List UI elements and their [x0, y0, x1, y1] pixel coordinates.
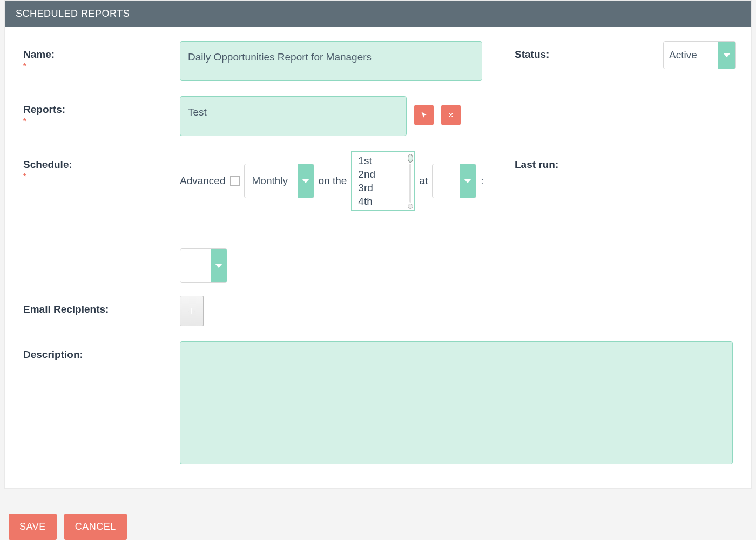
label-at: at: [419, 175, 428, 187]
row-email: Email Recipients: +: [23, 296, 733, 326]
frequency-value: Monthly: [245, 175, 298, 187]
footer-actions: SAVE CANCEL: [0, 510, 756, 540]
description-field[interactable]: [180, 341, 733, 464]
label-advanced: Advanced: [180, 175, 226, 187]
label-on-the: on the: [319, 175, 347, 187]
ordinal-option-2[interactable]: 2nd: [352, 167, 414, 181]
label-reports: Reports:: [23, 96, 180, 116]
frequency-select[interactable]: Monthly: [244, 164, 314, 198]
row-schedule: Schedule: Advanced Monthly on the 1st: [23, 151, 733, 283]
label-status: Status:: [482, 41, 617, 60]
report-line: Test: [180, 96, 482, 136]
name-field[interactable]: Daily Opportunities Report for Managers: [180, 41, 482, 81]
row-reports: Reports: Test: [23, 96, 733, 136]
select-report-button[interactable]: [414, 105, 434, 125]
report-field[interactable]: Test: [180, 96, 407, 136]
chevron-down-icon: [215, 264, 222, 268]
ordinal-option-4[interactable]: 4th: [352, 194, 414, 208]
ordinal-select[interactable]: 1st 2nd 3rd 4th: [351, 151, 415, 211]
ordinal-list: 1st 2nd 3rd 4th: [351, 151, 415, 211]
row-description: Description:: [23, 341, 733, 467]
label-description: Description:: [23, 341, 180, 361]
scroll-track: [409, 164, 411, 202]
scroll-thumb-icon: [408, 154, 413, 163]
last-run-value: [623, 151, 731, 159]
schedule-line: Advanced Monthly on the 1st 2nd 3rd: [180, 151, 504, 211]
panel-body: Name: Daily Opportunities Report for Man…: [5, 27, 751, 488]
label-last-run: Last run:: [504, 151, 623, 171]
ordinal-scrollbar[interactable]: [408, 153, 413, 209]
minute-caret: [211, 249, 227, 282]
label-schedule: Schedule:: [23, 151, 180, 171]
status-select[interactable]: Active: [663, 41, 736, 69]
label-name: Name:: [23, 41, 180, 60]
row-name-status: Name: Daily Opportunities Report for Man…: [23, 41, 733, 81]
scroll-bottom-icon: [408, 204, 413, 209]
ordinal-option-1[interactable]: 1st: [352, 154, 414, 167]
minute-select[interactable]: [180, 248, 227, 283]
cursor-icon: [420, 111, 428, 119]
remove-report-button[interactable]: [441, 105, 461, 125]
add-recipient-button[interactable]: +: [180, 296, 204, 326]
plus-icon: +: [188, 304, 195, 318]
chevron-down-icon: [464, 179, 471, 183]
hour-caret: [460, 164, 476, 198]
label-email-recipients: Email Recipients:: [23, 296, 180, 315]
chevron-down-icon: [723, 53, 731, 57]
scheduled-reports-panel: SCHEDULED REPORTS Name: Daily Opportunit…: [4, 0, 752, 489]
close-icon: [447, 111, 455, 119]
label-colon: :: [481, 175, 483, 187]
cancel-button[interactable]: CANCEL: [64, 514, 127, 540]
status-value: Active: [664, 49, 718, 61]
hour-select[interactable]: [432, 164, 476, 198]
ordinal-option-3[interactable]: 3rd: [352, 181, 414, 194]
frequency-caret: [298, 164, 314, 198]
status-caret: [718, 42, 735, 69]
panel-title: SCHEDULED REPORTS: [5, 1, 751, 27]
advanced-checkbox[interactable]: [230, 176, 240, 186]
save-button[interactable]: SAVE: [9, 514, 57, 540]
chevron-down-icon: [302, 179, 309, 183]
